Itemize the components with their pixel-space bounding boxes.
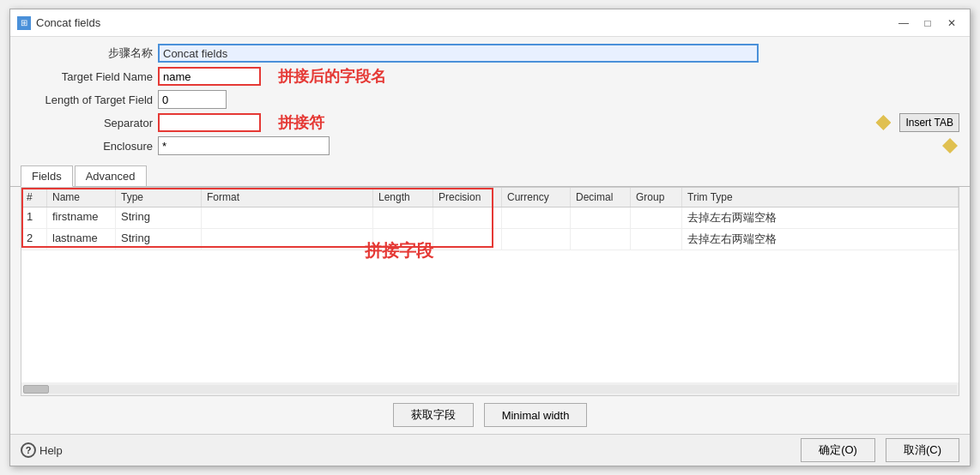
col-header-type: Type (116, 188, 202, 207)
help-icon: ? (21, 442, 36, 458)
separator-diamond-button[interactable] (875, 115, 891, 130)
cell-currency (502, 207, 571, 228)
step-name-row: 步骤名称 (21, 44, 959, 63)
cell-num: 1 (21, 207, 47, 228)
separator-label: Separator (21, 117, 158, 129)
cell-precision (433, 229, 502, 250)
title-bar-left: ⊞ Concat fields (17, 16, 100, 30)
title-bar-controls: — □ ✕ (892, 14, 963, 33)
col-header-format: Format (202, 188, 373, 207)
minimize-button[interactable]: — (892, 14, 915, 33)
cell-decimal (571, 207, 631, 228)
scrollbar-area[interactable] (21, 382, 959, 396)
cell-trim: 去掉左右两端空格 (682, 229, 959, 250)
col-header-num: # (21, 188, 47, 207)
action-buttons: 获取字段 Minimal width (10, 396, 970, 434)
target-field-annotation: 拼接后的字段名 (278, 66, 386, 87)
maximize-button[interactable]: □ (916, 14, 939, 33)
length-input[interactable] (158, 90, 227, 109)
col-header-currency: Currency (502, 188, 571, 207)
ok-button[interactable]: 确定(O) (801, 438, 875, 462)
enclosure-label: Enclosure (21, 140, 158, 153)
cell-group (631, 229, 682, 250)
cell-currency (502, 229, 571, 250)
target-field-input[interactable] (158, 67, 261, 86)
cancel-button[interactable]: 取消(C) (886, 438, 959, 462)
table-body: 1 firstname String 去掉左右两端空格 2 (21, 207, 959, 250)
tab-advanced[interactable]: Advanced (75, 165, 147, 186)
table-row[interactable]: 2 lastname String 去掉左右两端空格 (21, 229, 959, 250)
cell-name: firstname (47, 207, 116, 228)
tab-fields[interactable]: Fields (21, 165, 73, 187)
separator-row: Separator 拼接符 Insert TAB (21, 112, 959, 133)
col-header-trim: Trim Type (682, 188, 959, 207)
step-name-label: 步骤名称 (21, 45, 158, 61)
footer-bar: ? Help 确定(O) 取消(C) (10, 434, 970, 466)
col-header-precision: Precision (433, 188, 502, 207)
table-container: # Name Type Format Length Precision Curr… (21, 187, 959, 396)
form-area: 步骤名称 Target Field Name 拼接后的字段名 Length of… (10, 37, 970, 165)
cell-name: lastname (47, 229, 116, 250)
target-field-label: Target Field Name (21, 70, 158, 83)
col-header-name: Name (47, 188, 116, 207)
main-window: ⊞ Concat fields — □ ✕ 步骤名称 Target Field … (9, 9, 971, 466)
length-row: Length of Target Field (21, 90, 959, 109)
separator-annotation: 拼接符 (278, 112, 324, 133)
cell-length (373, 207, 433, 228)
tabs-container: Fields Advanced (10, 165, 970, 187)
help-button[interactable]: ? Help (21, 442, 63, 458)
table-row[interactable]: 1 firstname String 去掉左右两端空格 (21, 207, 959, 229)
cell-format (202, 229, 373, 250)
help-label: Help (39, 444, 63, 457)
cell-type: String (116, 207, 202, 228)
scrollbar-track (49, 385, 957, 394)
cell-format (202, 207, 373, 228)
cell-length (373, 229, 433, 250)
dialog-buttons: 确定(O) 取消(C) (801, 438, 959, 462)
cell-type: String (116, 229, 202, 250)
cell-trim: 去掉左右两端空格 (682, 207, 959, 228)
window-title: Concat fields (36, 16, 100, 29)
enclosure-row: Enclosure (21, 136, 959, 155)
target-field-row: Target Field Name 拼接后的字段名 (21, 66, 959, 87)
table-scroll-area[interactable]: # Name Type Format Length Precision Curr… (21, 187, 959, 382)
scrollbar-thumb[interactable] (23, 385, 49, 394)
insert-tab-button[interactable]: Insert TAB (899, 113, 959, 132)
enclosure-diamond-button[interactable] (942, 138, 958, 153)
table-header: # Name Type Format Length Precision Curr… (21, 188, 959, 207)
cell-precision (433, 207, 502, 228)
enclosure-input[interactable] (158, 136, 330, 155)
cell-num: 2 (21, 229, 47, 250)
col-header-group: Group (631, 188, 682, 207)
col-header-length: Length (373, 188, 433, 207)
window-icon: ⊞ (17, 16, 31, 30)
col-header-decimal: Decimal (571, 188, 631, 207)
cell-group (631, 207, 682, 228)
step-name-input[interactable] (158, 44, 759, 63)
length-label: Length of Target Field (21, 93, 158, 106)
separator-input[interactable] (158, 113, 261, 132)
minimal-width-button[interactable]: Minimal width (484, 403, 588, 427)
main-content: # Name Type Format Length Precision Curr… (10, 187, 970, 434)
get-fields-button[interactable]: 获取字段 (393, 403, 474, 427)
cell-decimal (571, 229, 631, 250)
title-bar: ⊞ Concat fields — □ ✕ (10, 9, 970, 37)
close-button[interactable]: ✕ (941, 14, 963, 33)
